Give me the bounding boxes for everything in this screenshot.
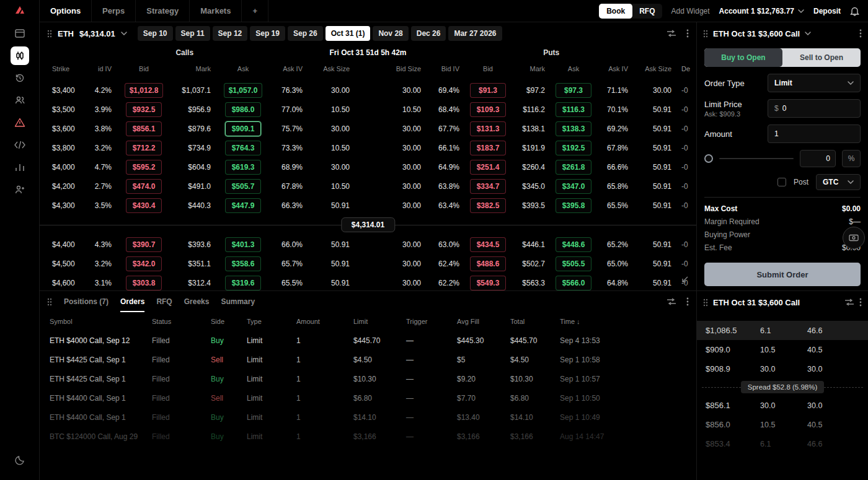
sort-desc-icon[interactable]: ↓ [577,318,580,325]
sidebar-item-stats[interactable] [9,156,31,178]
put-bid-price[interactable]: $382.5 [470,198,506,213]
sidebar-item-alerts[interactable] [9,111,31,134]
orders-tab[interactable]: Greeks [184,291,210,312]
put-bid-price[interactable]: $251.4 [470,160,506,175]
expiry-tab[interactable]: Sep 10 [138,26,173,41]
expiry-tab[interactable]: Sep 26 [288,26,323,41]
account-selector[interactable]: Account 1 $12,763.77 [719,7,804,15]
put-bid-price[interactable]: $109.3 [470,102,506,117]
call-bid-price[interactable]: $1,012.8 [125,83,164,98]
call-ask-price[interactable]: $909.1 [225,121,261,136]
sidebar-item-developers[interactable] [9,134,31,156]
nav-tab[interactable]: Perps [92,0,136,22]
call-bid-price[interactable]: $430.4 [126,198,162,213]
ask-row[interactable]: $1,086.5 6.1 46.6 [697,321,868,340]
nav-tab[interactable]: + [242,0,268,22]
rfq-toggle-button[interactable]: RFQ [632,4,662,19]
put-ask-price[interactable]: $138.3 [556,121,591,136]
slider-percent-input[interactable] [805,154,830,163]
theme-toggle[interactable] [9,449,31,471]
call-ask-price[interactable]: $358.6 [225,256,261,271]
call-bid-price[interactable]: $342.0 [126,256,162,271]
notifications-bell-icon[interactable] [850,6,859,16]
order-row[interactable]: ETH $4400 Call, Sep 1 Filled Sell Limit … [40,388,696,408]
put-bid-price[interactable]: $183.7 [470,141,506,155]
drag-handle-icon[interactable] [703,299,708,307]
nav-tab[interactable]: Strategy [136,0,190,22]
post-only-checkbox[interactable] [777,178,786,186]
nav-tab[interactable]: Markets [190,0,242,22]
expiry-tab[interactable]: Dec 26 [411,26,446,41]
call-bid-price[interactable]: $303.8 [126,276,162,290]
order-row[interactable]: ETH $4425 Call, Sep 1 Filled Sell Limit … [40,350,696,369]
sidebar-item-referrals[interactable] [9,178,31,201]
expiry-tab[interactable]: Oct 31 (1) [326,26,371,41]
put-ask-price[interactable]: $448.6 [556,237,591,252]
put-ask-price[interactable]: $505.5 [556,256,591,271]
put-ask-price[interactable]: $97.3 [556,83,591,98]
expiry-tab[interactable]: Sep 19 [250,26,285,41]
chevron-down-icon[interactable] [121,32,127,35]
resize-handle[interactable] [681,274,689,286]
call-ask-price[interactable]: $986.0 [225,102,261,117]
put-bid-price[interactable]: $131.3 [470,121,506,136]
order-row[interactable]: ETH $4000 Call, Sep 12 Filled Buy Limit … [40,331,696,350]
call-bid-price[interactable]: $712.2 [126,141,162,155]
orders-tab[interactable]: Positions (7) [64,291,108,312]
submit-order-button[interactable]: Submit Order [704,263,861,286]
put-ask-price[interactable]: $261.8 [556,160,591,175]
orders-tab[interactable]: Summary [221,291,255,312]
put-bid-price[interactable]: $488.6 [470,256,506,271]
call-ask-price[interactable]: $319.6 [225,276,261,290]
buy-to-open-button[interactable]: Buy to Open [704,48,782,67]
bid-row[interactable]: $856.1 30.0 30.0 [697,396,868,415]
put-ask-price[interactable]: $192.5 [556,141,591,155]
call-ask-price[interactable]: $1,057.0 [224,83,263,98]
call-bid-price[interactable]: $390.7 [126,237,162,252]
call-ask-price[interactable]: $619.3 [225,160,261,175]
add-widget-button[interactable]: Add Widget [671,7,710,15]
drag-handle-icon[interactable] [47,298,52,306]
put-ask-price[interactable]: $347.0 [556,179,591,194]
column-settings-icon[interactable] [666,30,676,37]
call-bid-price[interactable]: $932.5 [126,102,162,117]
order-type-select[interactable]: Limit [768,74,861,92]
put-bid-price[interactable]: $91.3 [470,83,506,98]
nav-tab[interactable]: Options [40,0,92,22]
order-row[interactable]: ETH $4400 Call, Sep 1 Filled Buy Limit 1… [40,408,696,427]
expiry-tab[interactable]: Mar 27 2026 [448,26,502,41]
put-bid-price[interactable]: $549.3 [470,276,506,290]
put-ask-price[interactable]: $116.3 [556,102,591,117]
ask-row[interactable]: $909.0 10.5 40.5 [697,340,868,359]
bid-row[interactable]: $856.0 10.5 40.5 [697,415,868,434]
call-ask-price[interactable]: $401.3 [225,237,261,252]
sidebar-item-trade[interactable] [11,46,29,65]
sell-to-open-button[interactable]: Sell to Open [782,48,861,67]
put-bid-price[interactable]: $434.5 [470,237,506,252]
amount-input[interactable] [774,129,854,138]
expiry-tab[interactable]: Sep 12 [213,26,248,41]
time-in-force-select[interactable]: GTC [816,174,861,190]
kebab-menu-icon[interactable] [686,29,689,38]
kebab-menu-icon[interactable] [686,297,689,306]
put-ask-price[interactable]: $566.0 [556,276,591,290]
sidebar-item-portfolio[interactable] [9,22,31,45]
quick-cash-fab[interactable] [843,227,865,249]
call-bid-price[interactable]: $595.2 [126,160,162,175]
book-toggle-button[interactable]: Book [599,4,632,19]
slider-knob[interactable] [704,154,713,163]
call-ask-price[interactable]: $447.9 [225,198,261,213]
kebab-menu-icon[interactable] [859,298,862,307]
chevron-down-icon[interactable] [805,32,811,35]
bid-row[interactable]: $853.4 6.1 46.6 [697,434,868,453]
limit-price-input[interactable] [782,104,854,113]
orders-tab[interactable]: Orders [120,291,144,312]
drag-handle-icon[interactable] [703,30,708,38]
column-settings-icon[interactable] [666,298,676,305]
expiry-tab[interactable]: Nov 28 [373,26,408,41]
sidebar-item-history[interactable] [9,67,31,89]
order-row[interactable]: ETH $4425 Call, Sep 1 Filled Buy Limit 1… [40,369,696,388]
column-settings-icon[interactable] [844,299,854,306]
kebab-menu-icon[interactable] [859,29,862,38]
expiry-tab[interactable]: Sep 11 [175,26,210,41]
